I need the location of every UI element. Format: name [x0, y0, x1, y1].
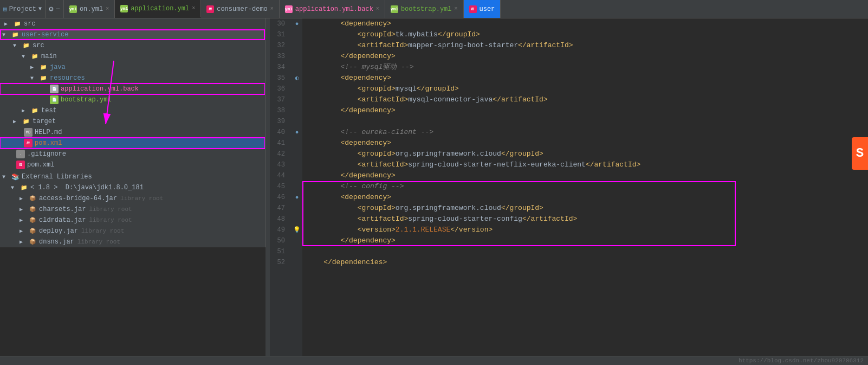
code-line: <!-- eureka-client --> [307, 127, 868, 138]
tab-application-yml-back[interactable]: yml application.yml.back × [280, 0, 385, 18]
item-label: pom.xml [27, 161, 54, 169]
close-icon[interactable]: × [270, 6, 274, 12]
s-badge[interactable]: S [852, 137, 868, 170]
m-icon: m [206, 5, 214, 13]
tree-item-jdk18[interactable]: ▼ 📁 < 1.8 > D:\java\jdk1.8.0_181 [0, 182, 265, 193]
expand-arrow: ▶ [20, 195, 28, 202]
code-line: <artifactId>spring-cloud-starter-netflix… [307, 159, 868, 170]
project-dropdown[interactable]: ▼ [38, 6, 42, 12]
library-root-label: library root [89, 206, 132, 213]
tab-label: on.yml [80, 5, 103, 13]
project-icon: ▤ [3, 5, 7, 12]
tab-label: user [480, 5, 495, 13]
tree-item-help-md[interactable]: ▶ MD HELP.md [0, 127, 265, 138]
md-icon: MD [24, 128, 33, 137]
tree-item-src-root[interactable]: ▶ 📁 src [0, 18, 265, 29]
library-root-label: library root [120, 195, 163, 202]
item-label: main [41, 53, 57, 60]
tree-item-dnsns[interactable]: ▶ 📦 dnsns.jar library root [0, 236, 265, 247]
expand-arrow: ▶ [20, 239, 28, 245]
tab-application-yml[interactable]: yml application.yml × [115, 0, 201, 18]
tree-item-charsets[interactable]: ▶ 📦 charsets.jar library root [0, 204, 265, 215]
line-numbers: 3031323334353637383940414243444546474849… [270, 18, 292, 356]
tab-on-yml[interactable]: yml on.yml × [64, 0, 115, 18]
close-icon[interactable]: × [455, 6, 458, 12]
item-label: src [24, 20, 36, 28]
library-root-label: library root [77, 239, 120, 245]
tree-item-java[interactable]: ▶ 📁 java [0, 62, 265, 73]
item-label: pom.xml [35, 139, 62, 147]
code-line: <dependency> [307, 138, 868, 149]
tree-item-access-bridge[interactable]: ▶ 📦 access-bridge-64.jar library root [0, 193, 265, 204]
tree-item-test[interactable]: ▶ 📁 test [0, 105, 265, 116]
tree-item-deploy[interactable]: ▶ 📦 deploy.jar library root [0, 226, 265, 236]
expand-arrow: ▶ [22, 107, 30, 114]
jar-icon: 📦 [28, 205, 37, 214]
tree-item-gitignore[interactable]: ▶ . .gitignore [0, 149, 265, 159]
tree-item-target[interactable]: ▶ 📁 target [0, 116, 265, 127]
close-icon[interactable]: × [376, 6, 379, 12]
gitignore-icon: . [16, 150, 25, 158]
expand-arrow: ▼ [2, 174, 11, 180]
code-line: <groupId>tk.mybatis</groupId> [307, 29, 868, 40]
tree-item-main[interactable]: ▼ 📁 main [0, 51, 265, 62]
expand-arrow: ▼ [30, 75, 39, 81]
tree-item-resources[interactable]: ▼ 📁 resources [0, 73, 265, 84]
tab-bootstrap-yml[interactable]: yml bootstrap.yml × [385, 0, 464, 18]
yml-file-icon: 📄 [50, 95, 59, 104]
code-line [307, 116, 868, 127]
code-line [307, 246, 868, 257]
yml-icon: yml [120, 5, 128, 12]
tree-item-user-service[interactable]: ▼ 📁 user-service [0, 29, 265, 40]
expand-arrow: ▶ [30, 64, 39, 71]
tree-item-pom-xml-root[interactable]: ▶ m pom.xml [0, 159, 265, 170]
code-line: <groupId>mysql</groupId> [307, 84, 868, 94]
tab-label: application.yml.back [295, 5, 373, 13]
item-label: charsets.jar [39, 206, 86, 213]
code-line: </dependency> [307, 170, 868, 181]
tree-item-external-libs[interactable]: ▼ 📚 External Libraries [0, 171, 265, 182]
code-line: <!-- config --> [307, 181, 868, 192]
yml-file-icon: 📄 [50, 85, 59, 93]
jar-icon: 📦 [28, 238, 37, 246]
item-label: < 1.8 > D:\java\jdk1.8.0_181 [30, 184, 144, 191]
tab-label: application.yml [131, 5, 189, 12]
code-line: </dependency> [307, 51, 868, 62]
folder-icon: 📁 [22, 117, 30, 126]
item-label: target [33, 118, 56, 125]
item-label: External Libraries [22, 173, 92, 181]
library-root-label: library root [89, 217, 132, 223]
m-icon: m [24, 139, 33, 148]
settings-icon[interactable]: ⚙ [49, 4, 53, 14]
tab-label: consumer-demo [217, 5, 268, 13]
tree-item-src-child[interactable]: ▼ 📁 src [0, 40, 265, 51]
code-line: </dependencies> [307, 257, 868, 268]
folder-icon: 📁 [20, 183, 28, 192]
jar-icon: 📦 [28, 194, 37, 203]
item-label: test [41, 107, 57, 114]
code-line: <!-- mysql驱动 --> [307, 62, 868, 73]
sidebar: ▶ 📁 src ▼ 📁 user-service ▼ 📁 src ▼ 📁 mai… [0, 18, 265, 247]
item-label: .gitignore [27, 150, 66, 158]
left-border [265, 18, 270, 356]
close-icon[interactable]: × [192, 5, 195, 11]
main-area: ▶ 📁 src ▼ 📁 user-service ▼ 📁 src ▼ 📁 mai… [0, 18, 868, 356]
url-text: https://blog.csdn.net/zhou920786312 [739, 357, 864, 364]
tab-consumer-demo[interactable]: m consumer-demo × [201, 0, 280, 18]
tree-item-cldrdata[interactable]: ▶ 📦 cldrdata.jar library root [0, 215, 265, 226]
tab-user[interactable]: m user [464, 0, 501, 18]
code-content[interactable]: <dependency> <groupId>tk.mybatis</groupI… [302, 18, 868, 356]
gutter-markers: ●◐●●💡 [292, 18, 302, 356]
minus-icon[interactable]: − [56, 5, 60, 14]
jar-icon: 📦 [28, 216, 37, 225]
item-label: src [33, 42, 44, 49]
tree-item-bootstrap-yml[interactable]: ▶ 📄 bootstrap.yml [0, 94, 265, 105]
tree-item-app-yml-back[interactable]: ▶ 📄 application.yml.back [0, 84, 265, 94]
back-icon: yml [285, 5, 293, 13]
close-icon[interactable]: × [106, 6, 109, 12]
code-line: <groupId>org.springframework.cloud</grou… [307, 149, 868, 159]
folder-icon: 📁 [22, 41, 30, 50]
jar-icon: 📦 [28, 227, 37, 235]
code-line: <groupId>org.springframework.cloud</grou… [307, 203, 868, 214]
tree-item-pom-xml-child[interactable]: ▶ m pom.xml [0, 138, 265, 149]
